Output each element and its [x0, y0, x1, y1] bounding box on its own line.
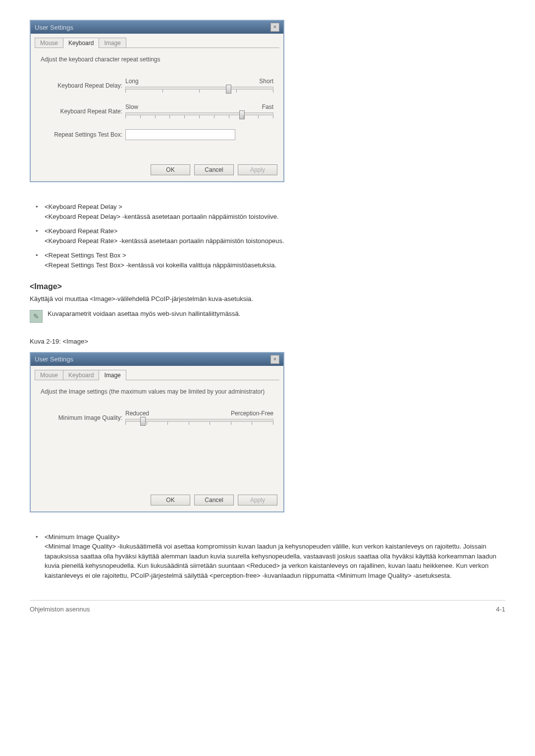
user-settings-dialog-image: User Settings × Mouse Keyboard Image Adj… [30, 352, 284, 512]
repeat-rate-slider[interactable]: Slow Fast [125, 103, 273, 119]
tabs-row: Mouse Keyboard Image [31, 366, 283, 380]
apply-button[interactable]: Apply [238, 495, 277, 505]
list-desc: <Keyboard Repeat Delay> -kentässä asetet… [45, 213, 279, 220]
ok-button[interactable]: OK [151, 495, 190, 505]
description-list-image: <Minimum Image Quality> <Minimal Image Q… [30, 532, 505, 581]
description-list-keyboard: <Keyboard Repeat Delay > <Keyboard Repea… [30, 202, 505, 270]
list-desc: <Repeat Settings Test Box> -kentässä voi… [45, 261, 276, 269]
tab-mouse[interactable]: Mouse [35, 370, 63, 380]
ok-button[interactable]: OK [151, 164, 190, 175]
close-icon[interactable]: × [270, 355, 279, 364]
list-term: <Repeat Settings Test Box > [45, 252, 126, 259]
cancel-button[interactable]: Cancel [194, 164, 234, 175]
slider-right-label: Fast [262, 103, 273, 110]
list-desc: <Minimal Image Quality> -liukusäätimellä… [45, 543, 496, 579]
cancel-button[interactable]: Cancel [194, 495, 234, 505]
panel-description: Adjust the keyboard character repeat set… [41, 56, 273, 63]
list-item: <Keyboard Repeat Rate> <Keyboard Repeat … [45, 226, 505, 246]
repeat-delay-label: Keyboard Repeat Delay: [41, 82, 125, 89]
apply-button[interactable]: Apply [238, 164, 277, 175]
footer-left: Ohjelmiston asennus [30, 605, 90, 613]
list-term: <Keyboard Repeat Delay > [45, 203, 122, 210]
row-test-box: Repeat Settings Test Box: [41, 129, 273, 140]
list-item: <Repeat Settings Test Box > <Repeat Sett… [45, 251, 505, 270]
note-row: ✎ Kuvaparametrit voidaan asettaa myös we… [30, 310, 505, 323]
slider-left-label: Long [125, 78, 139, 85]
dialog-button-row: OK Cancel Apply [31, 491, 283, 511]
tab-keyboard[interactable]: Keyboard [63, 38, 99, 48]
repeat-rate-label: Keyboard Repeat Rate: [41, 108, 125, 115]
tab-keyboard[interactable]: Keyboard [63, 370, 99, 380]
note-text: Kuvaparametrit voidaan asettaa myös web-… [48, 310, 240, 317]
page-footer: Ohjelmiston asennus 4-1 [30, 600, 505, 613]
row-min-image-quality: Minimum Image Quality: Reduced Perceptio… [41, 410, 273, 426]
tabs-row: Mouse Keyboard Image [31, 34, 283, 48]
list-term: <Minimum Image Quality> [45, 533, 120, 541]
section-body-text: Käyttäjä voi muuttaa <Image>-välilehdell… [30, 294, 505, 304]
slider-left-label: Reduced [125, 410, 149, 417]
test-box-input[interactable] [125, 129, 235, 140]
dialog-title-text: User Settings [35, 355, 73, 363]
repeat-delay-slider[interactable]: Long Short [125, 78, 273, 94]
row-repeat-rate: Keyboard Repeat Rate: Slow Fast [41, 103, 273, 119]
test-box-label: Repeat Settings Test Box: [41, 131, 125, 138]
dialog-button-row: OK Cancel Apply [31, 160, 283, 181]
slider-right-label: Short [259, 78, 273, 85]
min-image-quality-label: Minimum Image Quality: [41, 414, 125, 421]
list-item: <Keyboard Repeat Delay > <Keyboard Repea… [45, 202, 505, 221]
tab-panel: Adjust the keyboard character repeat set… [35, 48, 279, 155]
tab-image[interactable]: Image [99, 370, 126, 380]
dialog-titlebar: User Settings × [31, 353, 283, 366]
slider-right-label: Perception-Free [231, 410, 273, 417]
note-icon: ✎ [30, 310, 43, 323]
panel-description: Adjust the Image settings (the maximum v… [41, 388, 273, 395]
list-desc: <Keyboard Repeat Rate> -kentässä aseteta… [45, 237, 284, 245]
close-icon[interactable]: × [270, 23, 279, 32]
tab-image[interactable]: Image [99, 38, 126, 48]
figure-caption: Kuva 2-19: <Image> [30, 338, 505, 345]
dialog-title-text: User Settings [35, 24, 73, 31]
min-image-quality-slider[interactable]: Reduced Perception-Free [125, 410, 273, 426]
footer-right: 4-1 [496, 605, 505, 613]
tab-mouse[interactable]: Mouse [35, 38, 63, 48]
list-term: <Keyboard Repeat Rate> [45, 227, 117, 235]
user-settings-dialog-keyboard: User Settings × Mouse Keyboard Image Adj… [30, 20, 284, 182]
dialog-titlebar: User Settings × [31, 21, 283, 34]
section-heading-image: <Image> [30, 282, 505, 291]
tab-panel: Adjust the Image settings (the maximum v… [35, 380, 279, 485]
row-repeat-delay: Keyboard Repeat Delay: Long Short [41, 78, 273, 94]
list-item: <Minimum Image Quality> <Minimal Image Q… [45, 532, 505, 581]
slider-left-label: Slow [125, 103, 138, 110]
